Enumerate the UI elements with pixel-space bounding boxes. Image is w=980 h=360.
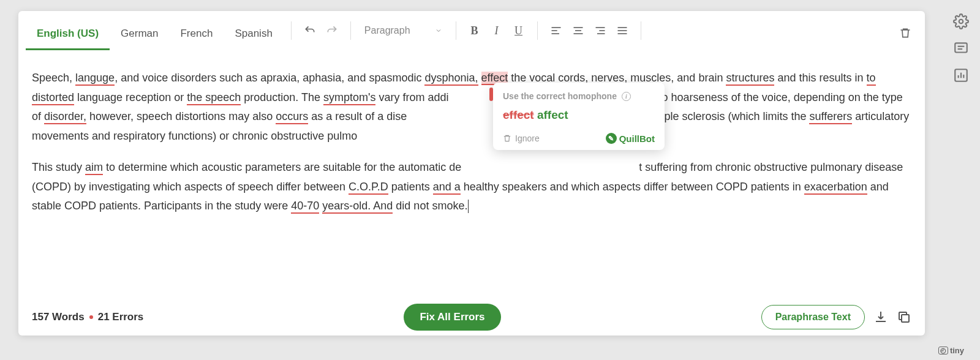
error-exacerbation[interactable]: exacerbation: [804, 181, 867, 195]
paraphrase-text-button[interactable]: Paraphrase Text: [761, 305, 865, 329]
lang-tab-french[interactable]: French: [169, 19, 224, 50]
toolbar-separator: [350, 21, 351, 40]
ignore-button[interactable]: Ignore: [503, 133, 540, 143]
settings-icon[interactable]: [953, 13, 969, 29]
text-cursor: [468, 200, 469, 213]
tiny-icon: ◴: [938, 347, 948, 354]
right-rail: [953, 13, 969, 83]
suggestion-popup: Use the correct homophone i effect affec…: [493, 83, 665, 150]
error-symptoms[interactable]: symptom's: [323, 91, 375, 105]
undo-button[interactable]: [299, 20, 321, 42]
chevron-down-icon: [435, 27, 442, 34]
popup-title-row: Use the correct homophone i: [503, 91, 655, 101]
toolbar-separator: [641, 21, 641, 40]
dot-separator: [89, 315, 93, 319]
error-sufferers[interactable]: sufferers: [809, 110, 852, 124]
paragraph-2[interactable]: This study aim to determine which acoust…: [32, 158, 911, 216]
toolbar-separator: [291, 21, 292, 40]
editor-content[interactable]: Speech, languge, and voice disorders suc…: [18, 50, 925, 299]
tiny-brand[interactable]: ◴ tiny: [938, 346, 964, 355]
lang-tab-spanish[interactable]: Spanish: [224, 19, 283, 50]
error-languge[interactable]: languge: [75, 72, 115, 86]
lang-tab-german[interactable]: German: [110, 19, 169, 50]
error-occurs[interactable]: occurs: [276, 110, 308, 124]
align-left-button[interactable]: [545, 20, 567, 42]
italic-button[interactable]: I: [486, 20, 508, 42]
delete-button[interactable]: [894, 22, 916, 44]
ignore-label: Ignore: [515, 133, 540, 143]
popup-marker: [489, 88, 493, 101]
toolbar-separator: [537, 21, 538, 40]
toolbar-separator: [456, 21, 456, 40]
quillbot-icon: ✎: [606, 133, 617, 144]
svg-rect-14: [955, 43, 967, 52]
error-the-speech[interactable]: the speech: [187, 91, 241, 105]
align-center-button[interactable]: [567, 20, 589, 42]
error-years-old-and[interactable]: years-old. And: [322, 200, 393, 214]
footer-stats: 157 Words 21 Errors: [32, 311, 143, 323]
error-dysphonia[interactable]: dysphonia,: [424, 72, 478, 86]
editor-card: English (US) German French Spanish Parag…: [18, 11, 925, 336]
format-select-label: Paragraph: [364, 25, 410, 36]
error-and-a[interactable]: and a: [433, 181, 461, 195]
quillbot-label: QuillBot: [619, 133, 655, 144]
paragraph-1[interactable]: Speech, languge, and voice disorders suc…: [32, 69, 911, 146]
svg-rect-12: [902, 315, 909, 322]
toolbar: English (US) German French Spanish Parag…: [18, 11, 925, 50]
comments-icon[interactable]: [953, 40, 969, 56]
format-select[interactable]: Paragraph: [358, 21, 448, 40]
svg-point-13: [959, 20, 963, 24]
redo-button[interactable]: [321, 20, 343, 42]
error-structures[interactable]: structures: [726, 72, 774, 86]
error-count: 21 Errors: [98, 311, 144, 323]
popup-wrong-word: effect: [503, 108, 534, 121]
analytics-icon[interactable]: [953, 67, 969, 83]
editor-footer: 157 Words 21 Errors Fix All Errors Parap…: [18, 299, 925, 336]
align-right-button[interactable]: [589, 20, 611, 42]
popup-footer: Ignore ✎ QuillBot: [503, 130, 655, 144]
quillbot-brand[interactable]: ✎ QuillBot: [606, 133, 655, 144]
popup-suggestion[interactable]: effect affect: [503, 108, 655, 122]
language-tabs: English (US) German French Spanish: [26, 11, 284, 50]
error-40-70[interactable]: 40-70: [291, 200, 319, 214]
error-disorder[interactable]: disorder,: [44, 110, 86, 124]
tiny-label: tiny: [950, 346, 964, 355]
lang-tab-english[interactable]: English (US): [26, 19, 110, 50]
word-count: 157 Words: [32, 311, 85, 323]
error-copd[interactable]: C.O.P.D: [349, 181, 388, 195]
fix-all-errors-button[interactable]: Fix All Errors: [404, 304, 500, 331]
info-icon[interactable]: i: [622, 92, 631, 101]
copy-icon[interactable]: [897, 310, 911, 324]
underline-button[interactable]: U: [508, 20, 530, 42]
trash-icon: [503, 134, 511, 143]
popup-right-word: affect: [537, 108, 568, 121]
download-icon[interactable]: [873, 310, 888, 324]
bold-button[interactable]: B: [464, 20, 486, 42]
align-justify-button[interactable]: [611, 20, 633, 42]
popup-title: Use the correct homophone: [503, 91, 617, 101]
error-aim[interactable]: aim: [85, 161, 103, 175]
